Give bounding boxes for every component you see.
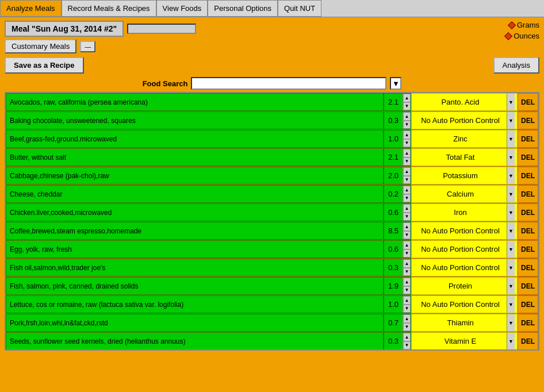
quantity-value: 0.3 <box>384 263 403 272</box>
customary-meals-arrow[interactable]: — <box>80 41 95 52</box>
nutrient-dropdown-button[interactable]: ▼ <box>507 204 515 221</box>
menu-item-view-foods[interactable]: View Foods <box>156 0 208 17</box>
customary-meals-button[interactable]: Customary Meals <box>5 39 76 53</box>
quantity-up-button[interactable]: ▲ <box>403 241 411 249</box>
quantity-down-button[interactable]: ▼ <box>403 249 411 258</box>
quantity-down-button[interactable]: ▼ <box>403 305 411 313</box>
menu-item-quit-nut[interactable]: Quit NUT <box>278 0 321 17</box>
delete-food-button[interactable]: DEL <box>518 185 538 203</box>
quantity-down-button[interactable]: ▼ <box>403 323 411 332</box>
food-search-input[interactable] <box>191 77 386 90</box>
food-name[interactable]: Butter, without salt <box>6 148 384 166</box>
quantity-up-button[interactable]: ▲ <box>403 259 411 268</box>
nutrient-dropdown-button[interactable]: ▼ <box>507 186 515 202</box>
nutrient-dropdown-button[interactable]: ▼ <box>507 259 515 276</box>
food-name[interactable]: Pork,frsh,loin,whl,ln&fat,ckd,rstd <box>6 314 384 332</box>
food-name[interactable]: Coffee,brewed,steam espresso,homemade <box>6 222 384 240</box>
delete-food-button[interactable]: DEL <box>518 112 538 129</box>
quantity-up-button[interactable]: ▲ <box>403 149 411 157</box>
delete-food-button[interactable]: DEL <box>518 203 538 221</box>
quantity-down-button[interactable]: ▼ <box>403 157 411 166</box>
quantity-down-button[interactable]: ▼ <box>403 176 411 185</box>
food-name[interactable]: Seeds, sunflower seed kernels, dried (he… <box>6 332 384 350</box>
quantity-up-button[interactable]: ▲ <box>403 112 411 121</box>
quantity-up-button[interactable]: ▲ <box>403 167 411 176</box>
delete-food-button[interactable]: DEL <box>518 277 538 295</box>
delete-food-button[interactable]: DEL <box>518 93 538 111</box>
nutrient-dropdown-button[interactable]: ▼ <box>507 112 515 129</box>
nutrient-dropdown-button[interactable]: ▼ <box>507 314 515 331</box>
nutrient-dropdown-button[interactable]: ▼ <box>507 94 515 110</box>
quantity-down-button[interactable]: ▼ <box>403 213 411 221</box>
food-name[interactable]: Chicken.liver,cooked,microwaved <box>6 203 384 221</box>
nutrient-selector: Calcium▼ <box>411 185 518 203</box>
food-quantity: 0.2▲▼ <box>384 185 411 203</box>
nutrient-label: Calcium <box>414 190 507 198</box>
search-dropdown-button[interactable]: ▼ <box>390 77 401 90</box>
quantity-value: 0.3 <box>384 337 403 345</box>
quantity-arrows: ▲▼ <box>403 204 411 221</box>
food-name[interactable]: Fish oil,salmon,wild,trader joe's <box>6 259 384 276</box>
food-row: Avocados, raw, california (persea americ… <box>6 93 538 112</box>
nutrient-dropdown-button[interactable]: ▼ <box>507 333 515 349</box>
delete-food-button[interactable]: DEL <box>518 240 538 258</box>
quantity-up-button[interactable]: ▲ <box>403 278 411 286</box>
nutrient-label: Thiamin <box>414 318 507 327</box>
quantity-up-button[interactable]: ▲ <box>403 204 411 213</box>
save-analysis-row: Save as a Recipe Analysis <box>5 57 539 74</box>
menu-item-personal-options[interactable]: Personal Options <box>208 0 278 17</box>
food-quantity: 2.0▲▼ <box>384 167 411 185</box>
quantity-up-button[interactable]: ▲ <box>403 130 411 139</box>
nutrient-selector: Iron▼ <box>411 203 518 221</box>
grams-option[interactable]: Grams <box>509 21 539 29</box>
ounces-option[interactable]: Ounces <box>505 32 539 40</box>
food-name[interactable]: Lettuce, cos or romaine, raw (lactuca sa… <box>6 295 384 313</box>
quantity-down-button[interactable]: ▼ <box>403 231 411 240</box>
menu-item-analyze-meals[interactable]: Analyze Meals <box>0 0 62 17</box>
delete-food-button[interactable]: DEL <box>518 314 538 332</box>
food-name[interactable]: Avocados, raw, california (persea americ… <box>6 93 384 111</box>
delete-food-button[interactable]: DEL <box>518 167 538 185</box>
quantity-up-button[interactable]: ▲ <box>403 222 411 231</box>
food-name[interactable]: Fish, salmon, pink, canned, drained soli… <box>6 277 384 295</box>
nutrient-dropdown-button[interactable]: ▼ <box>507 149 515 166</box>
save-recipe-button[interactable]: Save as a Recipe <box>5 57 84 74</box>
food-name[interactable]: Egg, yolk, raw, fresh <box>6 240 384 258</box>
quantity-down-button[interactable]: ▼ <box>403 139 411 148</box>
food-name[interactable]: Beef,grass-fed,ground.microwaved <box>6 130 384 148</box>
quantity-down-button[interactable]: ▼ <box>403 341 411 350</box>
nutrient-dropdown-button[interactable]: ▼ <box>507 296 515 313</box>
delete-food-button[interactable]: DEL <box>518 259 538 276</box>
food-name[interactable]: Cabbage,chinese (pak-choi),raw <box>6 167 384 185</box>
delete-food-button[interactable]: DEL <box>518 295 538 313</box>
nutrient-dropdown-button[interactable]: ▼ <box>507 278 515 294</box>
analysis-button[interactable]: Analysis <box>493 57 539 74</box>
menu-item-record-meals--recipes[interactable]: Record Meals & Recipes <box>62 0 156 17</box>
nutrient-label: No Auto Portion Control <box>414 226 507 235</box>
nutrient-dropdown-button[interactable]: ▼ <box>507 130 515 147</box>
meal-progress-bar <box>127 24 196 34</box>
quantity-value: 0.7 <box>384 318 403 327</box>
quantity-up-button[interactable]: ▲ <box>403 333 411 341</box>
delete-food-button[interactable]: DEL <box>518 148 538 166</box>
nutrient-dropdown-button[interactable]: ▼ <box>507 167 515 184</box>
delete-food-button[interactable]: DEL <box>518 332 538 350</box>
nutrient-selector: Total Fat▼ <box>411 148 518 166</box>
quantity-up-button[interactable]: ▲ <box>403 186 411 194</box>
quantity-down-button[interactable]: ▼ <box>403 286 411 295</box>
quantity-down-button[interactable]: ▼ <box>403 102 411 111</box>
delete-food-button[interactable]: DEL <box>518 222 538 240</box>
quantity-up-button[interactable]: ▲ <box>403 314 411 323</box>
food-quantity: 2.1▲▼ <box>384 148 411 166</box>
quantity-down-button[interactable]: ▼ <box>403 121 411 129</box>
quantity-down-button[interactable]: ▼ <box>403 194 411 203</box>
delete-food-button[interactable]: DEL <box>518 130 538 148</box>
nutrient-dropdown-button[interactable]: ▼ <box>507 241 515 258</box>
nutrient-dropdown-button[interactable]: ▼ <box>507 222 515 239</box>
food-quantity: 0.3▲▼ <box>384 259 411 276</box>
quantity-up-button[interactable]: ▲ <box>403 94 411 102</box>
food-name[interactable]: Baking chocolate, unsweetened, squares <box>6 112 384 129</box>
quantity-up-button[interactable]: ▲ <box>403 296 411 305</box>
food-name[interactable]: Cheese, cheddar <box>6 185 384 203</box>
quantity-down-button[interactable]: ▼ <box>403 268 411 276</box>
